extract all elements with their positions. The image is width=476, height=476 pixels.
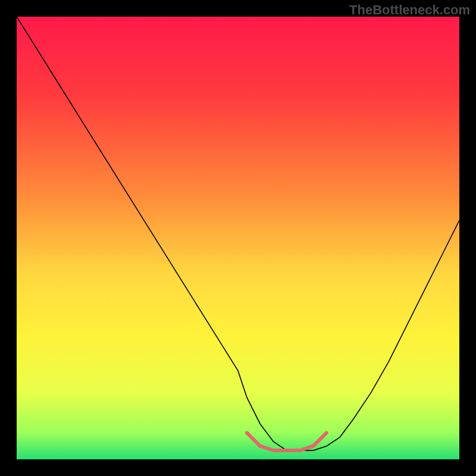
gradient-background <box>17 17 459 459</box>
watermark-text: TheBottleneck.com <box>349 2 470 18</box>
chart-svg <box>17 17 459 459</box>
plot-frame <box>17 17 459 459</box>
